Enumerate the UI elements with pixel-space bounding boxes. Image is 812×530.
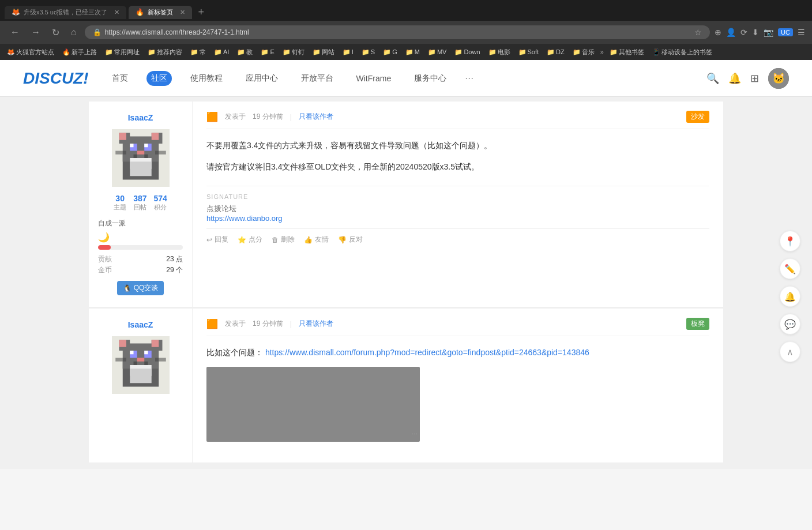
bookmark-movie[interactable]: 📁 电影 [486,47,513,58]
svg-rect-15 [144,155,148,158]
uc-button[interactable]: UC [778,28,793,36]
nav-service[interactable]: 服务中心 [409,71,451,86]
back-button[interactable]: ← [7,26,23,39]
friendly-action[interactable]: 👍 友情 [304,235,329,245]
delete-icon: 🗑 [272,236,279,244]
folder-icon-soft: 📁 [518,48,527,56]
post-1: IsaacZ [89,102,723,307]
bookmark-soft[interactable]: 📁 Soft [516,47,542,57]
float-edit-btn[interactable]: ✏️ [780,258,800,279]
new-tab-button[interactable]: + [194,6,208,18]
bookmark-down[interactable]: 📁 Down [452,47,482,57]
user-avatar-1 [112,129,170,187]
float-top-btn[interactable]: ∧ [780,341,800,362]
user-contribution-row: 贡献 23 点 [98,254,183,264]
nav-appcenter[interactable]: 应用中心 [241,71,283,86]
bookmark-other[interactable]: 📁 其他书签 [607,47,646,58]
bookmark-recommend[interactable]: 📁 推荐内容 [145,47,185,58]
score-icon: ⭐ [238,236,246,244]
bookmarks-bar: 🦊 火狐官方站点 🔥 新手上路 📁 常用网址 📁 推荐内容 📁 常 📁 AI 📁… [0,44,812,60]
screenshot-button[interactable]: 📷 [764,28,773,37]
bookmark-music[interactable]: 📁 音乐 [570,47,597,58]
nav-tutorial[interactable]: 使用教程 [186,71,227,86]
nav-home[interactable]: 首页 [107,71,133,86]
nav-more[interactable]: ··· [465,72,473,84]
only-author-link-2[interactable]: 只看该作者 [299,319,333,329]
svg-rect-25 [119,340,126,347]
site-logo[interactable]: DISCUZ! [23,69,89,88]
browser-chrome: 🦊 升级x3.5 uc报错，已经三次了 ✕ 🔥 新标签页 ✕ + ← → ↻ ⌂… [0,0,812,60]
reply-action[interactable]: ↩ 回复 [206,235,228,245]
folder-icon-other: 📁 [610,48,618,56]
edit-icon: ✏️ [784,264,796,275]
bookmark-mv[interactable]: 📁 MV [426,47,449,57]
apps-icon[interactable]: ⊞ [750,72,759,85]
nav-community[interactable]: 社区 [146,71,172,86]
img-resize-icon: ⋯ [412,429,418,439]
top-icon: ∧ [787,347,794,358]
oppose-action[interactable]: 👎 反对 [338,235,363,245]
home-button[interactable]: ⌂ [67,26,80,39]
bookmark-site[interactable]: 📁 网站 [310,47,337,58]
float-wechat-btn[interactable]: 💬 [780,314,800,334]
bookmark-m[interactable]: 📁 M [403,47,422,57]
bookmark-star[interactable]: ☆ [694,28,702,37]
extensions-button[interactable]: ⊕ [715,28,721,37]
refresh-button[interactable]: ↻ [48,26,63,39]
svg-rect-33 [144,362,148,365]
more-bookmarks[interactable]: » [600,48,604,55]
notification-icon[interactable]: 🔔 [728,72,741,85]
bookmark-i[interactable]: 📁 I [340,47,356,57]
post-publish-label-2: 发表于 [225,319,246,329]
bookmark-jiao[interactable]: 📁 教 [235,47,255,58]
post-time-2: 19 分钟前 [253,319,283,329]
folder-icon-chang: 📁 [190,48,198,56]
username-1[interactable]: IsaacZ [128,113,153,122]
bookmark-g[interactable]: 📁 G [381,47,400,57]
download-button[interactable]: ⬇ [752,28,759,37]
bookmark-e[interactable]: 📁 E [258,47,276,57]
user-coins-row: 金币 29 个 [98,265,183,275]
user-avatar-header[interactable]: 🐱 [768,68,789,89]
tab-active[interactable]: 🔥 新标签页 ✕ [129,6,192,19]
bookmark-ai[interactable]: 📁 AI [212,47,231,57]
user-badge: 自成一派 [98,219,126,228]
post-body-link[interactable]: https://www.dismall.com/forum.php?mod=re… [265,348,589,357]
folder-icon-down: 📁 [454,48,463,56]
coins-val: 29 个 [166,265,183,275]
bookmark-dingding[interactable]: 📁 钉钉 [280,47,307,58]
forward-button[interactable]: → [28,26,44,39]
bookmark-firefox[interactable]: 🦊 火狐官方站点 [5,47,57,58]
sig-text-line: 点拨论坛 [206,204,709,214]
score-action[interactable]: ⭐ 点分 [238,235,262,245]
bookmark-urls[interactable]: 📁 常用网址 [103,47,142,58]
svg-rect-34 [115,358,126,362]
tab-close-1[interactable]: ✕ [114,9,119,16]
tab-close-2[interactable]: ✕ [180,9,185,16]
folder-icon-movie: 📁 [488,48,497,56]
only-author-link-1[interactable]: 只看该作者 [299,112,333,122]
bookmark-chang[interactable]: 📁 常 [188,47,208,58]
qq-chat-button[interactable]: 🐧 QQ交谈 [117,281,164,295]
url-bar[interactable]: 🔒 https://www.dismall.com/thread-24747-1… [85,25,710,39]
menu-button[interactable]: ☰ [798,28,805,37]
sync-button[interactable]: ⟳ [740,28,747,37]
svg-rect-35 [155,358,166,362]
search-icon[interactable]: 🔍 [706,72,719,85]
post-main-1: 🟧 发表于 19 分钟前 | 只看该作者 沙发 不要用覆盖3.4文件的方式来升级… [193,102,723,307]
nav-witframe[interactable]: WitFrame [352,72,396,85]
bookmark-dz[interactable]: 📁 DZ [544,47,567,57]
float-location-btn[interactable]: 📍 [780,231,800,251]
folder-icon-rec: 📁 [148,48,156,56]
bookmark-newuser[interactable]: 🔥 新手上路 [60,47,99,58]
sig-link[interactable]: https://www.dianbo.org [206,214,283,223]
tab-inactive[interactable]: 🦊 升级x3.5 uc报错，已经三次了 ✕ [5,6,126,19]
float-bell-btn[interactable]: 🔔 [780,286,800,307]
profile-button[interactable]: 👤 [726,28,736,37]
delete-action[interactable]: 🗑 删除 [272,235,295,245]
username-2[interactable]: IsaacZ [128,320,153,329]
bookmark-mobile[interactable]: 📱 移动设备上的书签 [650,47,715,58]
bookmark-s[interactable]: 📁 S [359,47,377,57]
nav-openplatform[interactable]: 开放平台 [296,71,338,86]
post-tag-2: 板凳 [686,318,709,330]
